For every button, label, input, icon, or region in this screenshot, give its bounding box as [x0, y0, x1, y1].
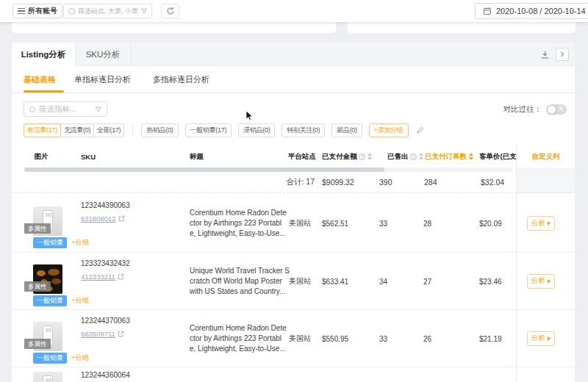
listing-link[interactable]: 683509711: [81, 330, 124, 338]
product-image[interactable]: [33, 372, 62, 382]
summary-label: 合计: 17: [257, 177, 315, 187]
external-link-icon: [118, 331, 124, 337]
sku-value: 123244390063: [81, 201, 130, 209]
page: { "topbar": { "accounts_button": "所有账号",…: [0, 0, 588, 382]
fixed-column-divider: [516, 145, 517, 382]
paid-orders-value: 26: [423, 334, 431, 342]
table-row: 多属性 123244370063 683509711 一般销量 +分组 Core…: [12, 309, 575, 367]
chip-special-attention[interactable]: 特别关注(0): [282, 123, 325, 137]
chip-no-traffic[interactable]: 无流量(0): [60, 123, 94, 137]
site-filter-placeholder: 筛选站点, 大类, 小类...: [78, 7, 138, 16]
chip-hot-sellers[interactable]: 热销品(0): [141, 123, 178, 137]
subtab-basic-table[interactable]: 基础表格: [24, 66, 56, 93]
per-customer-value: $20.09: [479, 220, 502, 228]
download-button[interactable]: [539, 48, 551, 60]
paid-amount-value: $550.95: [322, 334, 348, 342]
subtab-single-metric[interactable]: 单指标逐日分析: [74, 66, 131, 93]
expand-button[interactable]: [556, 48, 569, 61]
summary-row: 合计: 17 $9099.32 390 284 $32.04: [12, 172, 575, 193]
tab-strip: Listing分析 SKU分析: [12, 43, 575, 66]
caret-right-icon: [548, 336, 551, 341]
chip-normal-sales[interactable]: 一般销量(17): [185, 123, 232, 137]
listing-title: Unique World Travel Tracker S cratch Off…: [190, 266, 301, 297]
tag-list: 一般销量 +分组: [33, 353, 90, 364]
tag-list: 一般销量 +分组: [33, 237, 90, 248]
col-header-sku: SKU: [81, 145, 96, 167]
date-range-picker[interactable]: 2020-10-08 / 2020-10-14: [475, 3, 588, 19]
summary-paid-orders: 284: [424, 178, 437, 187]
chip-new-products[interactable]: 新品(0): [331, 123, 362, 137]
sales-tag[interactable]: 一般销量: [33, 295, 67, 306]
sold-value: 33: [379, 334, 387, 342]
date-range-label: 2020-10-08 / 2020-10-14: [496, 7, 586, 15]
listing-table: 图片 SKU 标题 平台站点 已支付金额? 已售出? 已支付订单数 客单价(已支…: [12, 145, 575, 382]
add-group-button[interactable]: +添加分组: [369, 123, 409, 137]
refresh-button[interactable]: [161, 4, 179, 18]
help-icon: ?: [410, 154, 417, 160]
download-icon: [540, 50, 550, 60]
chip-has-traffic[interactable]: 有流量(17): [24, 123, 61, 137]
sku-value: 123323432432: [81, 259, 130, 267]
table-row: 多属性 123323432432 412333211 一般销量 +分组 Uniq…: [12, 252, 575, 309]
product-image[interactable]: 多属性: [33, 206, 62, 236]
sold-value: 33: [379, 220, 387, 228]
col-header-custom[interactable]: 自定义列: [517, 145, 575, 167]
add-to-group-link[interactable]: +分组: [71, 238, 90, 248]
per-customer-value: $21.19: [479, 334, 502, 342]
paid-amount-value: $562.51: [322, 220, 348, 228]
active-subtab-underline: [24, 90, 64, 93]
compare-past-label: 对比过往：: [503, 104, 542, 115]
sold-value: 34: [379, 277, 387, 285]
col-header-paid-orders[interactable]: 已支付订单数: [425, 145, 473, 167]
analyze-button[interactable]: 分析: [527, 331, 555, 346]
site-value: 美国站: [289, 334, 311, 344]
site-filter-input[interactable]: 筛选站点, 大类, 小类...: [63, 4, 152, 18]
add-to-group-link[interactable]: +分组: [71, 296, 90, 306]
listing-title: Corentium Home Radon Dete ctor by Airthi…: [190, 323, 301, 354]
product-image[interactable]: 多属性: [33, 322, 62, 351]
table-row: 多属性 123244390063 631808012 一般销量 +分组 Core…: [12, 195, 575, 252]
listing-link[interactable]: 631808012: [81, 215, 125, 223]
toggle-knob: [548, 106, 556, 114]
compare-past-toggle[interactable]: 关: [546, 104, 567, 115]
tab-sku-analysis[interactable]: SKU分析: [76, 43, 131, 66]
sales-tag[interactable]: 一般销量: [33, 353, 67, 364]
product-image[interactable]: 多属性: [33, 264, 62, 294]
per-customer-value: $23.46: [479, 277, 502, 285]
summary-sold: 390: [379, 178, 392, 187]
tab-listing-analysis[interactable]: Listing分析: [12, 43, 76, 66]
sort-icon-active[interactable]: [469, 153, 473, 160]
edit-pencil-icon[interactable]: [416, 126, 425, 134]
site-value: 美国站: [289, 276, 311, 286]
sort-icon[interactable]: [368, 153, 372, 160]
metric-filter-placeholder: 筛选指标...: [39, 104, 92, 115]
external-link-icon: [118, 215, 125, 222]
accounts-button[interactable]: 所有账号: [12, 4, 62, 18]
chip-slow-sellers[interactable]: 滞销品(0): [238, 123, 275, 137]
table-row: 123244360064: [12, 367, 575, 382]
analyze-button[interactable]: 分析: [527, 274, 555, 289]
col-header-sold[interactable]: 已售出?: [387, 145, 423, 167]
summary-paid-amount: $9099.32: [322, 178, 354, 187]
sales-tag[interactable]: 一般销量: [33, 237, 67, 248]
col-header-image: 图片: [24, 145, 59, 167]
background-card-left: [12, 22, 336, 33]
metric-filter-input[interactable]: 筛选指标...: [24, 101, 107, 117]
add-to-group-link[interactable]: +分组: [71, 353, 90, 363]
analysis-panel: Listing分析 SKU分析 基础表格 单指标逐日分析 多指标逐日分析 筛选指…: [12, 43, 575, 382]
summary-per-customer: $32.04: [481, 178, 504, 187]
caret-right-icon: [548, 221, 551, 226]
analyze-button[interactable]: 分析: [527, 216, 555, 231]
chevron-right-icon: [559, 51, 566, 58]
topbar: 所有账号 筛选站点, 大类, 小类... 2020-10-08 / 2020-1…: [0, 0, 588, 22]
variant-badge: 多属性: [24, 281, 51, 292]
subtab-multi-metric[interactable]: 多指标逐日分析: [153, 66, 209, 93]
col-header-paid-amount[interactable]: 已支付金额?: [322, 145, 372, 167]
filter-funnel-icon: [140, 7, 148, 15]
col-header-site: 平台站点: [287, 145, 318, 167]
sort-icon[interactable]: [419, 153, 423, 160]
chip-all[interactable]: 全部(17): [93, 123, 124, 137]
variant-badge: 多属性: [24, 339, 51, 350]
listing-link[interactable]: 412333211: [81, 273, 124, 281]
mouse-cursor: [245, 110, 254, 122]
